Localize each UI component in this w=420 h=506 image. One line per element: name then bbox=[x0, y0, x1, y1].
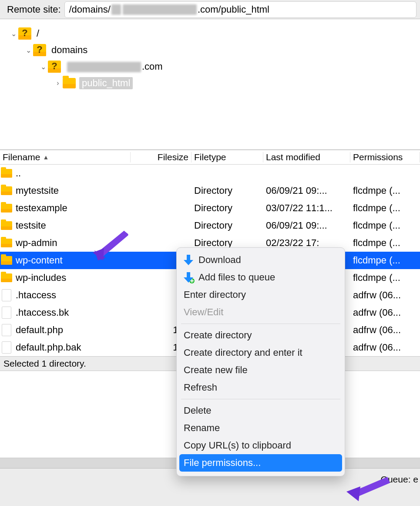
cell-permissions: flcdmpe (... bbox=[350, 220, 420, 231]
cell-filename: default.php.bak bbox=[13, 342, 131, 353]
cell-filetype: Directory bbox=[192, 202, 263, 214]
cell-filename: testsite bbox=[13, 220, 131, 231]
cell-modified: 03/07/22 11:1... bbox=[263, 202, 350, 214]
folder-icon bbox=[1, 239, 12, 247]
col-header-filetype[interactable]: Filetype bbox=[192, 152, 263, 162]
file-icon bbox=[2, 324, 11, 336]
menu-create-directory[interactable]: Create directory bbox=[179, 327, 342, 344]
cell-permissions: adfrw (06... bbox=[350, 290, 420, 301]
cell-permissions: flcdmpe (... bbox=[350, 185, 420, 196]
menu-refresh[interactable]: Refresh bbox=[179, 379, 342, 396]
remote-site-label: Remote site: bbox=[7, 4, 61, 15]
tree-label-selected: public_html bbox=[79, 77, 133, 89]
cell-filetype: Directory bbox=[192, 220, 263, 231]
tree-label: domains bbox=[50, 44, 89, 56]
file-icon bbox=[2, 289, 11, 301]
cell-permissions: adfrw (06... bbox=[350, 324, 420, 336]
queue-label: Queue: e bbox=[381, 474, 418, 485]
folder-icon bbox=[1, 204, 12, 213]
col-header-modified[interactable]: Last modified bbox=[263, 152, 350, 162]
tree-row-public-html[interactable]: › public_html bbox=[4, 75, 416, 91]
menu-create-directory-enter[interactable]: Create directory and enter it bbox=[179, 344, 342, 361]
menu-view-edit: View/Edit bbox=[179, 304, 342, 321]
sort-indicator-icon: ▲ bbox=[43, 154, 49, 161]
tree-twisty-icon[interactable]: › bbox=[53, 79, 63, 87]
folder-unknown-icon bbox=[33, 44, 46, 56]
file-icon bbox=[2, 307, 11, 319]
cell-filename: .. bbox=[13, 168, 131, 179]
folder-icon bbox=[1, 169, 12, 178]
menu-add-to-queue[interactable]: Add files to queue bbox=[179, 269, 342, 286]
folder-icon bbox=[1, 186, 12, 195]
tree-twisty-icon[interactable]: ⌄ bbox=[38, 63, 48, 71]
redacted-segment bbox=[67, 62, 141, 72]
tree-twisty-icon[interactable]: ⌄ bbox=[24, 46, 33, 54]
remote-tree-pane[interactable]: ⌄ / ⌄ domains ⌄ .com › public_html bbox=[0, 19, 420, 150]
col-header-filename[interactable]: Filename ▲ bbox=[0, 152, 131, 162]
menu-download[interactable]: Download bbox=[179, 251, 342, 269]
file-icon bbox=[2, 341, 11, 354]
file-row[interactable]: testexampleDirectory03/07/22 11:1...flcd… bbox=[0, 199, 420, 217]
cell-modified: 06/09/21 09:... bbox=[263, 185, 350, 196]
menu-create-new-file[interactable]: Create new file bbox=[179, 361, 342, 379]
file-row[interactable]: mytestsiteDirectory06/09/21 09:...flcdmp… bbox=[0, 182, 420, 199]
cell-permissions: flcdmpe (... bbox=[350, 202, 420, 214]
status-text: Selected 1 directory. bbox=[3, 358, 86, 369]
menu-separator bbox=[181, 399, 340, 399]
tree-row-domain[interactable]: ⌄ .com bbox=[4, 58, 416, 75]
tree-twisty-icon[interactable]: ⌄ bbox=[9, 30, 18, 38]
cell-filename: .htaccess.bk bbox=[13, 307, 131, 318]
cell-filename: testexample bbox=[13, 202, 131, 214]
cell-filetype: Directory bbox=[192, 185, 263, 196]
download-arrow-plus-icon bbox=[184, 272, 193, 283]
cell-permissions: adfrw (06... bbox=[350, 307, 420, 318]
col-header-filesize[interactable]: Filesize bbox=[131, 152, 192, 162]
menu-separator bbox=[181, 324, 340, 324]
path-prefix: /domains/ bbox=[69, 4, 111, 15]
menu-enter-directory[interactable]: Enter directory bbox=[179, 286, 342, 304]
cell-filename: default.php bbox=[13, 324, 131, 336]
remote-path-input[interactable]: /domains/.com/public_html bbox=[64, 1, 417, 18]
tree-label: .com bbox=[64, 61, 165, 73]
cell-filename: mytestsite bbox=[13, 185, 131, 196]
menu-delete[interactable]: Delete bbox=[179, 402, 342, 419]
folder-icon bbox=[1, 221, 12, 230]
folder-icon bbox=[1, 256, 12, 265]
file-list-header: Filename ▲ Filesize Filetype Last modifi… bbox=[0, 150, 420, 165]
folder-icon bbox=[1, 273, 12, 282]
col-header-permissions[interactable]: Permissions bbox=[350, 152, 420, 162]
tree-label: / bbox=[35, 27, 41, 40]
folder-unknown-icon bbox=[48, 61, 61, 73]
cell-permissions: flcdmpe (... bbox=[350, 272, 420, 283]
remote-path-bar: Remote site: /domains/.com/public_html bbox=[0, 0, 420, 19]
menu-file-permissions[interactable]: File permissions... bbox=[179, 454, 342, 472]
download-arrow-icon bbox=[184, 255, 193, 265]
menu-rename[interactable]: Rename bbox=[179, 419, 342, 437]
file-row[interactable]: .. bbox=[0, 165, 420, 182]
tree-row-domains[interactable]: ⌄ domains bbox=[4, 42, 416, 58]
menu-copy-url[interactable]: Copy URL(s) to clipboard bbox=[179, 437, 342, 454]
cell-permissions: flcdmpe (... bbox=[350, 237, 420, 249]
redacted-segment bbox=[123, 4, 197, 15]
cell-filename: wp-content bbox=[13, 255, 131, 266]
cell-permissions: adfrw (06... bbox=[350, 342, 420, 353]
cell-modified: 06/09/21 09:... bbox=[263, 220, 350, 231]
cell-permissions: flcdmpe (... bbox=[350, 255, 420, 266]
folder-icon bbox=[63, 78, 76, 88]
tree-row-root[interactable]: ⌄ / bbox=[4, 25, 416, 42]
cell-filename: .htaccess bbox=[13, 290, 131, 301]
cell-filename: wp-admin bbox=[13, 237, 131, 249]
redacted-segment bbox=[111, 4, 121, 15]
file-row[interactable]: testsiteDirectory06/09/21 09:...flcdmpe … bbox=[0, 217, 420, 234]
context-menu: Download Add files to queue Enter direct… bbox=[176, 247, 345, 476]
cell-filename: wp-includes bbox=[13, 272, 131, 283]
folder-unknown-icon bbox=[18, 27, 31, 40]
path-suffix: .com/public_html bbox=[198, 4, 269, 15]
